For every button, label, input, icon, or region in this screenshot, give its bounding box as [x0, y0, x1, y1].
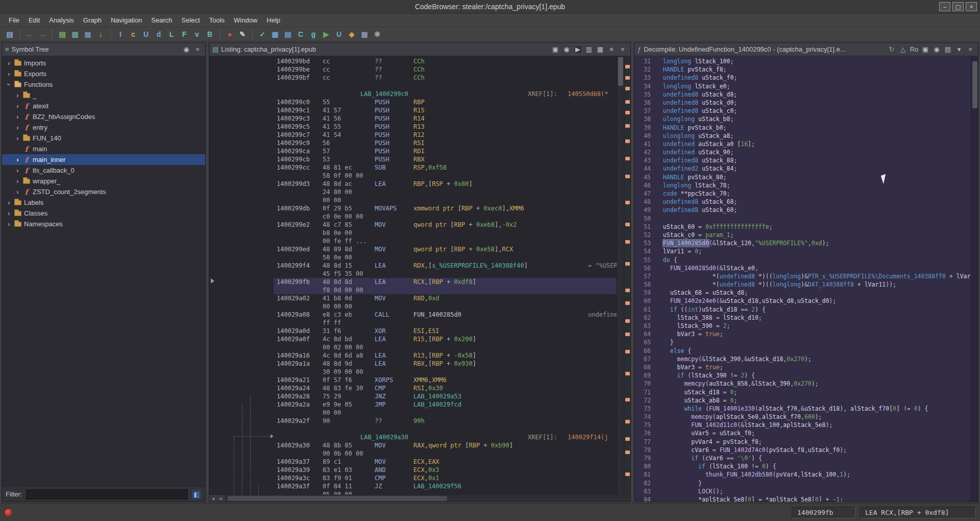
listing-row[interactable]: 24 80 00 [209, 188, 617, 196]
tree-item-main[interactable]: fmain [2, 144, 205, 154]
decompile-copy-icon[interactable]: ▣ [921, 45, 930, 54]
decompile-line[interactable]: 58 *(undefined8 *)((longlong)&DAT_140388… [636, 280, 971, 289]
decompile-line[interactable]: 65 } [636, 338, 971, 346]
decompile-line[interactable]: 57 *(undefined8 *)((longlong)&PTR_s_%USE… [636, 272, 971, 280]
toolbar-go-down-icon[interactable]: ↓ [95, 29, 106, 40]
listing-row[interactable]: 140029a0f4c 8d bdLEAR15,[RBP + 0x200] [209, 335, 617, 343]
listing-row[interactable]: 1400299c341 56PUSHR14 [209, 114, 617, 123]
decompile-line[interactable]: 44 undefined2 uStack_84; [636, 164, 971, 173]
toolbar-settings-icon[interactable]: ✱ [372, 29, 383, 40]
scrollbar-thumb[interactable] [618, 57, 623, 86]
decompile-line[interactable]: 59 uStack_68 = uStack_d8; [636, 289, 971, 297]
toolbar-memory-table-icon[interactable]: ▦ [270, 29, 281, 40]
decompile-line[interactable]: 82 } [636, 479, 971, 487]
decompile-line[interactable]: 37 undefined8 uStack_c0; [636, 107, 971, 115]
expand-arrow-icon[interactable]: › [14, 167, 21, 174]
listing-row[interactable]: 1400299f448 8d 15LEARDX,[s_%USERPROFILE%… [209, 262, 617, 270]
listing-row[interactable]: 1400299fb48 8d 8dLEARCX,[RBP + 0xdf8] [209, 278, 617, 286]
expand-arrow-icon[interactable]: › [14, 91, 21, 99]
listing-row[interactable]: LAB_140029a30XREF[1]:140029f14(j [209, 433, 617, 441]
decompile-line[interactable]: 80 if (lStack_100 != 0) { [636, 462, 971, 470]
toolbar-data-type-manager-icon[interactable]: ▥ [69, 29, 81, 40]
listing-row[interactable]: 140029a3983 e1 03ANDECX,0x3 [209, 466, 617, 474]
listing-row[interactable]: 1400299ca57PUSHRDI [209, 147, 617, 155]
decompile-line[interactable]: 47 code **ppcStack_70; [636, 190, 971, 198]
decompile-chevron-down-icon[interactable]: ▾ [954, 45, 964, 54]
minimize-button[interactable]: – [939, 2, 950, 11]
listing-row[interactable]: 1400299cc48 81 ecSUBRSP,0xf58 [209, 163, 617, 172]
listing-row[interactable]: 00 00 [209, 196, 617, 204]
listing-horizontal-scrollbar[interactable]: ◂ ▸ [209, 494, 630, 502]
toolbar-validate-icon[interactable]: ✓ [257, 29, 268, 40]
decompile-line[interactable]: 38 ulonglong uStack_b8; [636, 115, 971, 123]
scrollbar-thumb[interactable] [228, 496, 447, 501]
menu-edit[interactable]: Edit [24, 15, 44, 26]
symbol-tree-header[interactable]: ≡ Symbol Tree ◉× [2, 43, 205, 56]
listing-row[interactable]: 1400299c541 55PUSHR13 [209, 123, 617, 131]
toolbar-grid-icon[interactable]: ▦ [359, 29, 370, 40]
scrollbar-thumb[interactable] [972, 61, 977, 108]
decompile-line[interactable]: 69 if (lStack_390 != 2) { [636, 371, 971, 380]
listing-row[interactable] [209, 425, 617, 433]
decompile-line[interactable]: 84 *aplStack_5e8[0] = *aplStack_5e8[0] +… [636, 495, 971, 502]
decompile-line[interactable]: 64 bVar3 = true; [636, 330, 971, 338]
decompile-line[interactable]: 33 undefined8 uStack_f0; [636, 74, 971, 82]
tree-item-fun_140[interactable]: ›FUN_140 [2, 133, 205, 144]
decompile-line[interactable]: 79 if (cVar6 == '\0') { [636, 454, 971, 462]
decompile-line[interactable]: 66 else { [636, 347, 971, 355]
listing-row[interactable]: 00 02 00 00 [209, 343, 617, 351]
decompile-line[interactable]: 34 longlong lStack_e0; [636, 82, 971, 90]
expand-arrow-icon[interactable]: › [5, 209, 13, 217]
toolbar-letter-i-icon[interactable]: I [115, 29, 126, 40]
expand-arrow-icon[interactable]: › [5, 59, 13, 67]
decompile-snapshot-icon[interactable]: ◉ [932, 45, 941, 54]
decompile-line[interactable]: 31 longlong lStack_100; [636, 57, 971, 65]
decompile-line[interactable]: 49 undefined8 uStack_60; [636, 206, 971, 214]
menu-window[interactable]: Window [229, 15, 262, 26]
listing-row[interactable]: 58 0f 00 00 [209, 172, 617, 180]
toolbar-navigate-back-icon[interactable]: ← [24, 29, 35, 40]
toolbar-save-icon[interactable]: ▤ [4, 29, 15, 40]
listing-row[interactable]: 1400299becc??CCh [209, 65, 617, 74]
listing-row[interactable]: 1400299d348 8d acLEARBP,[RSP + 0x80] [209, 180, 617, 188]
decompile-line[interactable]: 75 FUN_1402d11c0(&lStack_100,aplStack_5e… [636, 421, 971, 429]
tree-item-_[interactable]: ›_ [2, 90, 205, 101]
listing-row[interactable]: 90 0b 00 00 [209, 449, 617, 458]
tree-item-namespaces[interactable]: ›Namespaces [2, 219, 205, 229]
toolbar-edit-icon[interactable]: ✎ [237, 29, 248, 40]
toolbar-bookmark-diamond-icon[interactable]: ◆ [346, 29, 357, 40]
toolbar-letter-f-icon[interactable]: F [179, 29, 190, 40]
listing-row[interactable]: 140029a2ae9 9e 05JMPLAB_140029fcd [209, 400, 617, 409]
decompile-line[interactable]: 51 uStack_60 = 0xfffffffffffffffe; [636, 223, 971, 231]
decompile-rename-icon[interactable]: Ro [910, 45, 919, 54]
decompile-line[interactable]: 55 do { [636, 256, 971, 264]
listing-row[interactable]: 30 09 00 00 [209, 368, 617, 376]
listing-row[interactable]: 1400299bfcc??CCh [209, 74, 617, 82]
toolbar-clear-mark-icon[interactable]: ● [224, 29, 235, 40]
listing-row[interactable]: 140029a3c83 f9 01CMPECX,0x1 [209, 474, 617, 482]
decompile-line[interactable]: 83 LOCK(); [636, 487, 971, 495]
toolbar-letter-b-icon[interactable]: B [204, 29, 215, 40]
decompile-line[interactable]: 73 while (FUN_14001e330(alStack_f70,&uSt… [636, 405, 971, 413]
menu-analysis[interactable]: Analysis [44, 15, 78, 26]
listing-close-icon[interactable]: × [618, 45, 627, 54]
listing-row[interactable]: b8 0e 00 [209, 229, 617, 237]
toolbar-letter-u-icon[interactable]: U [140, 29, 152, 40]
tree-item-tls_callback_0[interactable]: ›ftls_callback_0 [2, 165, 205, 176]
menu-select[interactable]: Select [177, 15, 205, 26]
expand-arrow-icon[interactable]: › [5, 199, 13, 206]
tree-item-zstd_count_2segments[interactable]: ›fZSTD_count_2segments [2, 186, 205, 197]
menu-navigation[interactable]: Navigation [106, 15, 146, 26]
toolbar-letter-d-icon[interactable]: d [153, 29, 164, 40]
menu-search[interactable]: Search [146, 15, 177, 26]
listing-row[interactable]: ff ff [209, 319, 617, 327]
decompile-line[interactable]: 76 uVar5 = uStack_f0; [636, 429, 971, 437]
decompile-line[interactable]: 61 if ((int)uStack_d18 == 2) { [636, 305, 971, 314]
decompile-vertical-scrollbar[interactable] [971, 56, 978, 502]
listing-row[interactable]: 00 00 [209, 409, 617, 417]
tree-item-exports[interactable]: ›Exports [2, 68, 205, 79]
listing-row[interactable]: 1400299db0f 29 b5MOVAPSxmmword ptr [RBP … [209, 204, 617, 212]
decompile-line[interactable]: 40 ulonglong uStack_a8; [636, 132, 971, 140]
expand-arrow-icon[interactable]: › [14, 102, 21, 110]
decompile-line[interactable]: 72 uStack_ab8 = 0; [636, 396, 971, 405]
